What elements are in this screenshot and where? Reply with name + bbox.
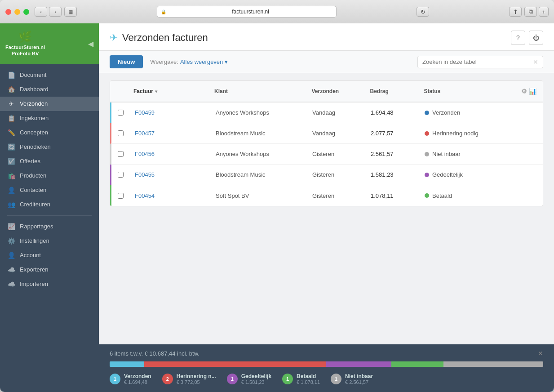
- table-row: F00459 Anyones Workshops Vandaag 1.694,4…: [110, 102, 543, 123]
- sidebar-item-rapportages[interactable]: 📈 Rapportages: [0, 219, 99, 234]
- status-label: Betaald: [432, 192, 452, 199]
- sidebar-item-instellingen[interactable]: ⚙️ Instellingen: [0, 234, 99, 248]
- stat-label-gedeeltelijk: Gedeeltelijk: [241, 373, 271, 379]
- stat-amount-verzonden: € 1.694,48: [124, 379, 151, 385]
- sidebar-item-ingekomen[interactable]: 📋 Ingekomen: [0, 111, 99, 125]
- row-extra: [516, 109, 543, 116]
- fullscreen-button[interactable]: ⧉: [524, 7, 537, 17]
- search-clear-icon[interactable]: ✕: [533, 58, 538, 66]
- sidebar-header: 🌿 FactuurSturen.nl ProFoto BV ◀: [0, 23, 99, 64]
- stat-badge-gedeeltelijk: 1: [227, 374, 238, 384]
- share-button[interactable]: ⬆: [509, 7, 522, 17]
- row-status: Gedeeltelijk: [419, 168, 516, 182]
- settings-icon[interactable]: ⚙: [521, 88, 527, 95]
- main-content: ✈ Verzonden facturen ? ⏻ Nieuw Weergave:…: [99, 23, 554, 392]
- th-bedrag[interactable]: Bedrag: [365, 85, 419, 97]
- help-button[interactable]: ?: [511, 31, 525, 45]
- brand-name: FactuurSturen.nl: [5, 44, 45, 50]
- th-status[interactable]: Status: [419, 85, 516, 97]
- minimize-button[interactable]: [14, 9, 20, 15]
- pb-betaald: [391, 361, 443, 367]
- close-bottom-icon[interactable]: ✕: [538, 350, 543, 357]
- sidebar-item-dashboard[interactable]: 🏠 Dashboard: [0, 82, 99, 97]
- row-verzonden: Gisteren: [307, 189, 365, 203]
- rapportages-icon: 📈: [7, 223, 15, 230]
- row-klant: Anyones Workshops: [210, 106, 307, 120]
- pb-herinnering: [144, 361, 326, 367]
- close-button[interactable]: [5, 9, 11, 15]
- sidebar-item-crediteuren[interactable]: 👥 Crediteuren: [0, 197, 99, 212]
- sidebar-label-ingekomen: Ingekomen: [20, 115, 49, 121]
- document-icon: 📄: [7, 71, 15, 79]
- row-bedrag: 1.078,11: [365, 189, 419, 203]
- concepten-icon: ✏️: [7, 129, 15, 136]
- dashboard-icon: 🏠: [7, 86, 15, 93]
- bottom-summary: 6 items t.w.v. € 10.687,44 incl. btw. ✕: [110, 350, 543, 357]
- sidebar-item-concepten[interactable]: ✏️ Concepten: [0, 125, 99, 140]
- sidebar-item-producten[interactable]: 🛍️ Producten: [0, 169, 99, 183]
- titlebar-right-actions: ⬆ ⧉: [509, 7, 537, 17]
- invoice-link[interactable]: F00455: [129, 168, 210, 182]
- sidebar-collapse-button[interactable]: ◀: [88, 40, 93, 48]
- offertes-icon: ☑️: [7, 158, 15, 165]
- page-title-row: ✈ Verzonden facturen ? ⏻: [110, 31, 543, 45]
- th-klant[interactable]: Klant: [209, 85, 306, 97]
- brand-subtitle: ProFoto BV: [12, 50, 39, 57]
- row-bedrag: 2.561,57: [365, 147, 419, 161]
- sidebar: 🌿 FactuurSturen.nl ProFoto BV ◀ 📄 Docume…: [0, 23, 99, 392]
- periodieken-icon: 🔄: [7, 143, 15, 151]
- invoice-link[interactable]: F00459: [129, 106, 210, 120]
- refresh-button[interactable]: ↻: [417, 7, 429, 17]
- sidebar-item-contacten[interactable]: 👤 Contacten: [0, 183, 99, 197]
- row-checkbox[interactable]: [111, 106, 129, 119]
- sidebar-label-producten: Producten: [20, 172, 46, 179]
- sidebar-item-account[interactable]: 👤 Account: [0, 248, 99, 263]
- back-button[interactable]: ‹: [35, 7, 47, 17]
- stat-amount-niet-inbaar: € 2.561,57: [345, 379, 373, 385]
- new-button[interactable]: Nieuw: [110, 55, 143, 68]
- sort-arrow-icon: ▾: [155, 89, 157, 94]
- data-table: Factuur ▾ Klant Verzonden Bedrag: [110, 80, 543, 206]
- status-label: Gedeeltelijk: [432, 171, 463, 178]
- th-verzonden-label: Verzonden: [312, 88, 339, 94]
- row-checkbox[interactable]: [111, 189, 129, 202]
- sidebar-item-importeren[interactable]: ☁️ Importeren: [0, 277, 99, 291]
- sidebar-label-rapportages: Rapportages: [20, 223, 53, 230]
- th-verzonden[interactable]: Verzonden: [306, 85, 365, 97]
- maximize-button[interactable]: [23, 9, 29, 15]
- row-checkbox[interactable]: [111, 147, 129, 160]
- search-box: ✕: [417, 56, 543, 68]
- invoice-link[interactable]: F00456: [129, 147, 210, 161]
- th-factuur[interactable]: Factuur ▾: [128, 85, 209, 97]
- power-button[interactable]: ⏻: [529, 31, 543, 45]
- nav-divider: [7, 215, 92, 216]
- sidebar-item-offertes[interactable]: ☑️ Offertes: [0, 154, 99, 169]
- sidebar-item-verzonden[interactable]: ✈ Verzonden: [0, 97, 99, 111]
- stat-label-betaald: Betaald: [297, 373, 320, 379]
- sidebar-item-document[interactable]: 📄 Document: [0, 68, 99, 82]
- window-mode-button[interactable]: ▦: [64, 7, 77, 17]
- search-input[interactable]: [422, 58, 530, 65]
- logo-icon: 🌿: [18, 31, 32, 43]
- row-checkbox[interactable]: [111, 127, 129, 140]
- sidebar-item-periodieken[interactable]: 🔄 Periodieken: [0, 140, 99, 154]
- row-verzonden: Vandaag: [307, 106, 365, 120]
- th-bedrag-label: Bedrag: [370, 88, 389, 94]
- forward-button[interactable]: ›: [49, 7, 62, 17]
- row-klant: Bloodstream Music: [210, 168, 307, 182]
- sidebar-label-periodieken: Periodieken: [20, 143, 51, 150]
- sidebar-item-exporteren[interactable]: ☁️ Exporteren: [0, 263, 99, 277]
- view-selector[interactable]: Weergave: Alles weergeven ▾: [150, 58, 228, 65]
- invoice-link[interactable]: F00454: [129, 189, 210, 203]
- new-tab-button[interactable]: +: [539, 7, 549, 17]
- instellingen-icon: ⚙️: [7, 237, 15, 245]
- contacten-icon: 👤: [7, 187, 15, 194]
- row-checkbox[interactable]: [111, 168, 129, 181]
- nav-buttons: ‹ ›: [35, 7, 62, 17]
- stat-info-verzonden: Verzonden € 1.694,48: [124, 373, 151, 385]
- verzonden-icon: ✈: [7, 100, 15, 107]
- row-verzonden: Gisteren: [307, 147, 365, 161]
- invoice-link[interactable]: F00457: [129, 126, 210, 140]
- chart-icon[interactable]: 📊: [529, 88, 536, 95]
- app-body: 🌿 FactuurSturen.nl ProFoto BV ◀ 📄 Docume…: [0, 23, 554, 392]
